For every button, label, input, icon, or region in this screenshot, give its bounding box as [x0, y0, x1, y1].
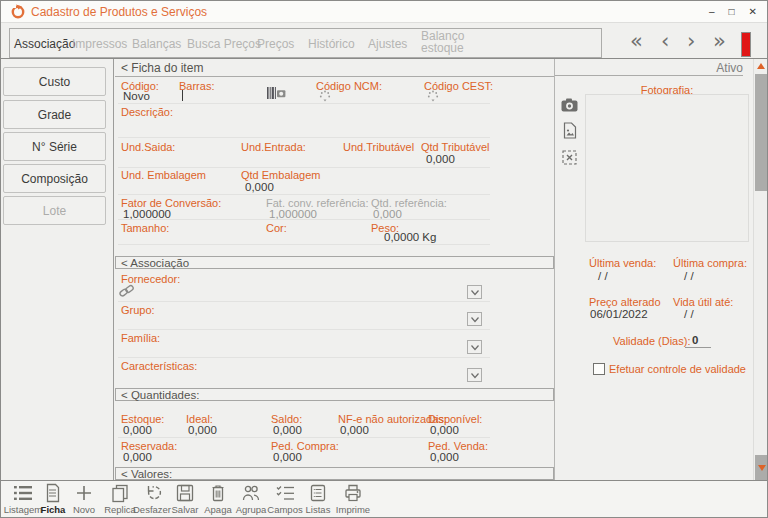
users-icon	[241, 483, 261, 503]
nav-first-icon[interactable]: «	[630, 30, 643, 52]
chevron-down-icon	[470, 316, 480, 323]
tamanho-label: Tamanho:	[121, 222, 169, 234]
section-header-associacao[interactable]: < Associação	[115, 256, 554, 269]
maximize-button[interactable]: □	[729, 7, 735, 17]
reservada-value[interactable]: 0,000	[123, 451, 152, 463]
qtd-embalagem-value[interactable]: 0,000	[245, 181, 274, 193]
ultima-venda-value: / /	[598, 270, 608, 282]
tab-impressos[interactable]: Impressos	[72, 37, 127, 51]
plus-icon	[74, 483, 94, 503]
field-divider	[118, 103, 490, 104]
bottom-toolbar: Listagem Ficha Novo Replica	[1, 481, 768, 518]
vida-util-value: / /	[684, 308, 694, 320]
vertical-scrollbar	[753, 59, 768, 480]
fornecedor-dropdown-button[interactable]	[467, 285, 482, 299]
field-divider	[118, 167, 490, 168]
sidebar-item-custo[interactable]: Custo	[3, 67, 106, 96]
vida-util-label: Vida útil até:	[673, 296, 733, 308]
load-image-button[interactable]	[560, 122, 579, 139]
content-top-divider	[1, 58, 768, 59]
tab-ajustes[interactable]: Ajustes	[368, 37, 407, 51]
camera-icon	[561, 97, 578, 112]
delete-selection-icon	[562, 150, 577, 165]
codigo-value[interactable]: Novo	[123, 90, 150, 102]
field-divider	[118, 329, 490, 330]
controle-validade-checkbox[interactable]	[593, 363, 605, 375]
sidebar-item-label: Custo	[39, 75, 70, 89]
sidebar-item-label: N° Série	[32, 140, 77, 154]
imprime-button[interactable]: Imprime	[327, 483, 379, 515]
nav-prev-icon[interactable]: ‹	[661, 30, 669, 52]
ped-venda-value[interactable]: 0,000	[430, 451, 459, 463]
window-title: Cadastro de Produtos e Serviços	[31, 5, 207, 19]
ideal-value[interactable]: 0,000	[188, 424, 217, 436]
sidebar-item-num-serie[interactable]: N° Série	[3, 132, 106, 161]
cor-label: Cor:	[266, 222, 287, 234]
minimize-button[interactable]: –	[709, 7, 715, 17]
familia-label: Família:	[121, 332, 160, 344]
ped-compra-value[interactable]: 0,000	[273, 451, 302, 463]
nfe-value[interactable]: 0,000	[340, 424, 369, 436]
qtd-embalagem-label: Qtd Embalagem	[241, 169, 320, 181]
link-icon[interactable]	[119, 283, 135, 299]
saldo-value[interactable]: 0,000	[273, 424, 302, 436]
section-header-quantidades[interactable]: < Quantidades:	[115, 388, 554, 401]
scroll-up-button[interactable]	[754, 59, 768, 69]
sidebar-item-lote[interactable]: Lote	[3, 196, 106, 225]
tab-precos[interactable]: Preços	[257, 37, 294, 51]
take-photo-button[interactable]	[560, 96, 579, 113]
und-entrada-label: Und.Entrada:	[241, 141, 306, 153]
und-embalagem-label: Und. Embalagem	[121, 169, 206, 181]
text-cursor	[182, 90, 183, 101]
section-header-ficha[interactable]: < Ficha do item	[115, 61, 554, 77]
sidebar-item-composicao[interactable]: Composição	[3, 164, 106, 193]
barcode-icon[interactable]	[267, 87, 286, 100]
tab-associacao[interactable]: Associação	[14, 37, 75, 51]
ncm-lookup-icon[interactable]	[319, 90, 331, 102]
field-divider	[118, 301, 490, 302]
grupo-dropdown-button[interactable]	[467, 312, 482, 326]
qtd-tributavel-value[interactable]: 0,000	[426, 153, 455, 165]
ultima-compra-value: / /	[684, 270, 694, 282]
toolbar-label: Imprime	[336, 504, 370, 515]
estoque-value[interactable]: 0,000	[123, 424, 152, 436]
triangle-down-icon	[758, 465, 766, 471]
peso-value[interactable]: 0,0000 Kg	[384, 231, 436, 243]
sidebar-item-label: Composição	[21, 172, 88, 186]
note-list-icon	[308, 483, 328, 503]
grupo-label: Grupo:	[121, 304, 155, 316]
scrollbar-thumb[interactable]	[755, 74, 768, 191]
chevron-down-icon	[470, 289, 480, 296]
ultima-venda-label: Última venda:	[589, 257, 656, 269]
disponivel-value[interactable]: 0,000	[430, 424, 459, 436]
photo-placeholder	[585, 94, 749, 242]
validade-input[interactable]: 0	[692, 334, 698, 346]
tab-balancas[interactable]: Balanças	[132, 37, 181, 51]
image-file-icon	[563, 122, 577, 139]
ultima-compra-label: Última compra:	[673, 257, 747, 269]
tab-balanco-estoque[interactable]: Balanço estoque	[421, 30, 485, 54]
cest-lookup-icon[interactable]	[427, 90, 439, 102]
title-bar: Cadastro de Produtos e Serviços – □ ✕	[1, 1, 767, 23]
remove-image-button[interactable]	[560, 149, 579, 166]
nav-last-icon[interactable]: »	[713, 30, 726, 52]
familia-dropdown-button[interactable]	[467, 340, 482, 354]
sidebar-item-label: Lote	[43, 204, 66, 218]
close-button[interactable]: ✕	[749, 7, 757, 17]
caracteristicas-dropdown-button[interactable]	[467, 368, 482, 382]
descricao-label: Descrição:	[121, 106, 173, 118]
scroll-down-button[interactable]	[755, 455, 768, 480]
app-logo-icon	[10, 4, 26, 20]
sidebar-item-grade[interactable]: Grade	[3, 100, 106, 129]
tab-historico[interactable]: Histórico	[308, 37, 355, 51]
printer-icon	[343, 483, 363, 503]
toolbar-label: Novo	[73, 504, 95, 515]
barras-label: Barras:	[179, 80, 214, 92]
panel-divider	[554, 59, 555, 480]
section-header-valores[interactable]: < Valores:	[115, 467, 554, 480]
und-tributavel-label: Und.Tributável	[343, 141, 414, 153]
field-divider	[118, 244, 490, 245]
tab-busca-precos[interactable]: Busca Preços	[187, 37, 261, 51]
field-divider	[118, 357, 490, 358]
nav-next-icon[interactable]: ›	[687, 30, 695, 52]
